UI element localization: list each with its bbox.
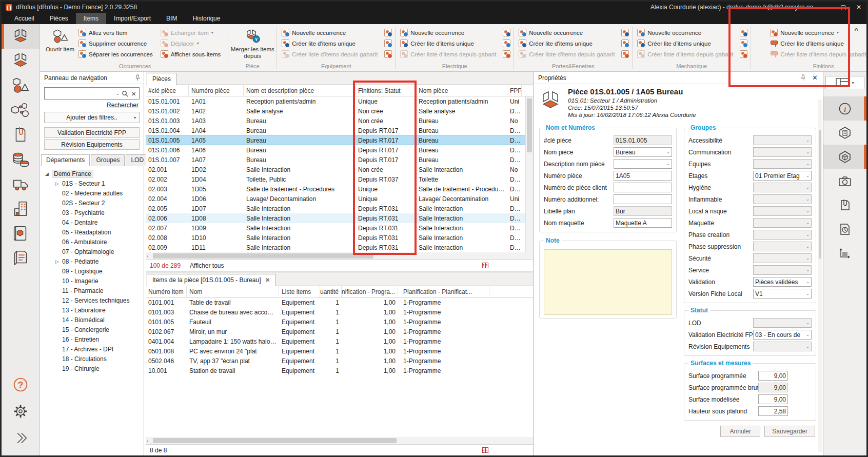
create-unique-item-list-command[interactable]: Créer lite d'items unique <box>767 38 866 49</box>
field-combobox[interactable]: 01 Premier Etag⌄ <box>753 171 812 181</box>
tree-item[interactable]: 06 - Ambulatoire <box>40 237 144 247</box>
edit-occurrence-icon-button[interactable] <box>740 29 747 36</box>
ribbon-command[interactable]: Echanger item▾ <box>158 27 226 38</box>
field-combobox[interactable]: ⌄ <box>753 194 812 204</box>
tree-item[interactable]: 11 - Pharmacie <box>40 286 144 295</box>
saved-filter-button[interactable]: Validation Electricité FPP <box>44 127 140 138</box>
room-row[interactable]: 02.006 1D08 Salle Interaction Depuis RT.… <box>146 213 533 223</box>
sidebar-item-items[interactable] <box>2 73 40 98</box>
pin-icon[interactable] <box>135 74 141 81</box>
tree-item[interactable]: 03 - Psychiatrie <box>40 208 144 217</box>
edit-occurrence-icon-button[interactable] <box>503 29 510 36</box>
field-combobox[interactable]: ⌄ <box>753 206 812 216</box>
room-row[interactable]: 02.004 1D06 Lavage/ Decontamination Uniq… <box>146 194 533 204</box>
add-filters-dropdown[interactable]: Ajouter des filtres..▾ <box>44 112 140 123</box>
item-row[interactable]: 0401.004 Lampadaire 1: 150 watts halogèn… <box>146 336 533 346</box>
merge-items-button[interactable]: Y Merger les items depuis <box>230 27 274 59</box>
remove-occurrence-icon-button[interactable] <box>503 39 510 47</box>
open-book-red-icon[interactable] <box>482 262 489 269</box>
field-input[interactable]: ⌄ <box>614 159 672 169</box>
tree-item[interactable]: 05 - Réadaptation <box>40 227 144 237</box>
tree-item[interactable]: 04 - Dentaire <box>40 217 144 227</box>
delete-occurrence-icon-button[interactable] <box>621 50 629 58</box>
help-button[interactable]: ? <box>2 371 40 398</box>
new-occurrence-command[interactable]: Nouvelle occurrence <box>635 27 739 38</box>
rooms-table-header[interactable]: #clé pièce Numéro pièce Nom et descripti… <box>146 85 533 96</box>
remove-occurrence-icon-button[interactable] <box>384 39 392 47</box>
room-row[interactable]: 01S.01.003 1A03 Bureau Non crée Bureau N… <box>146 116 533 126</box>
room-row[interactable]: 02.005 1D07 Salle Interaction Depuis RT.… <box>146 204 533 213</box>
sidebar-item-bim-models[interactable] <box>2 221 40 246</box>
sidebar-item-logistics[interactable] <box>2 172 40 196</box>
room-row[interactable]: 02.001 1D02 Salle Interaction Non crée S… <box>146 165 533 174</box>
remove-occurrence-icon-button[interactable] <box>621 39 629 47</box>
field-input[interactable]: ⌄ <box>614 183 672 192</box>
create-list-from-template-command[interactable]: Créer liste d'items depuis gabarit <box>635 49 739 59</box>
chevron-down-icon[interactable]: ⌄ <box>116 91 120 96</box>
tree-item[interactable]: 10 - Imagerie <box>40 276 144 286</box>
collapse-ribbon-button[interactable]: ^ <box>854 26 858 34</box>
menu-item[interactable]: Import/Export <box>106 13 159 24</box>
open-book-red-icon[interactable] <box>482 446 489 454</box>
field-combobox[interactable]: ⌄ <box>753 253 812 263</box>
item-row[interactable]: 0501.008 PC avec environ 24 "plat Equipe… <box>146 346 533 356</box>
tree-item[interactable]: 07 - Ophtalmologie <box>40 247 144 256</box>
tree-item[interactable]: 02S - Secteur 2 <box>40 198 144 208</box>
rooms-horizontal-scrollbar[interactable]: ‹ <box>146 252 533 260</box>
room-row[interactable]: 01S.01.002 1A02 Salle analyse Non crée S… <box>146 106 533 116</box>
new-occurrence-command[interactable]: Nouvelle occurrence <box>279 27 383 38</box>
minimize-button[interactable]: — <box>820 2 836 13</box>
tab-log[interactable] <box>823 217 866 241</box>
item-row[interactable]: 0502.046 TV, app 37 "écran plat Equipeme… <box>146 356 533 366</box>
item-row[interactable]: 0101.005 Fauteuil Equipement 1 1,00 1-Pr… <box>146 317 533 327</box>
search-input[interactable] <box>47 90 114 97</box>
field-combobox[interactable]: ⌄ <box>753 135 812 145</box>
layout-view-button[interactable]: ▾ <box>825 76 864 89</box>
tree-item[interactable]: 09 - Logistique <box>40 266 144 276</box>
field-input[interactable]: Bur⌄ <box>614 206 672 216</box>
tree-item[interactable]: ▷ 08 - Pédiatrie <box>40 256 144 266</box>
tree-item[interactable]: 18 - Circulations <box>40 354 144 364</box>
tree-item[interactable]: 14 - Biomédical <box>40 315 144 325</box>
item-row[interactable]: 0101.001 Table de travail Equipement 1 1… <box>146 297 533 307</box>
tree-item[interactable]: 12 - Services techniques <box>40 295 144 305</box>
tab-items-of-room[interactable]: Items de la pièce [01S.01.005 - Bureau] … <box>147 274 276 286</box>
pin-icon[interactable] <box>800 74 806 81</box>
field-combobox[interactable]: ⌄ <box>753 230 812 240</box>
sidebar-item-attachments[interactable] <box>2 123 40 147</box>
field-combobox[interactable]: ⌄ <box>753 218 812 228</box>
search-box[interactable]: ⌄ × <box>44 87 140 100</box>
remove-occurrence-icon-button[interactable] <box>740 39 747 47</box>
field-input[interactable]: 2,58 <box>758 406 788 416</box>
saved-filter-button[interactable]: Révision Equipements <box>44 139 140 150</box>
cancel-button[interactable]: Annuler <box>720 426 760 437</box>
close-panel-icon[interactable]: ✕ <box>812 74 818 82</box>
room-row[interactable]: 02.003 1D05 Salle de traitement - Proced… <box>146 184 533 194</box>
expand-sidebar-button[interactable] <box>2 425 40 451</box>
rooms-vertical-scrollbar[interactable] <box>525 96 533 252</box>
tree-item[interactable]: ◢ Demo France <box>40 169 144 178</box>
sidebar-item-reports[interactable] <box>2 246 40 270</box>
create-unique-item-list-command[interactable]: Créer lite d'items unique <box>398 38 502 49</box>
menu-item[interactable]: Accueil <box>7 13 42 24</box>
field-combobox[interactable]: ⌄ <box>753 265 812 275</box>
create-list-from-template-command[interactable]: Créer liste d'items depuis gabarit <box>516 49 620 59</box>
ribbon-command[interactable]: Afficher sous-items <box>158 49 226 59</box>
tree-item[interactable]: 15 - Conciergerie <box>40 325 144 334</box>
settings-button[interactable] <box>2 398 40 425</box>
edit-occurrence-icon-button[interactable] <box>384 29 392 36</box>
field-combobox[interactable]: Pièces validées⌄ <box>753 277 812 287</box>
field-combobox[interactable]: V1⌄ <box>753 289 812 299</box>
ribbon-command[interactable]: Allez vers Item <box>76 27 158 38</box>
edit-occurrence-icon-button[interactable] <box>621 29 629 36</box>
properties-scrollbar[interactable] <box>818 100 822 452</box>
nav-tab[interactable]: Groupes <box>91 154 125 166</box>
tab-model[interactable] <box>823 145 866 169</box>
tree-item[interactable]: 17 - Archives - DPI <box>40 344 144 354</box>
sidebar-item-systems[interactable] <box>2 98 40 123</box>
tree-item[interactable]: 02 - Médecine adultes <box>40 188 144 198</box>
room-row[interactable]: 01S.01.004 1A04 Bureau Depuis RT.017 Bur… <box>146 126 533 135</box>
field-combobox[interactable]: ⌄ <box>753 159 812 169</box>
field-combobox[interactable]: ⌄ <box>753 318 812 328</box>
tab-room-info[interactable]: i <box>823 96 866 121</box>
